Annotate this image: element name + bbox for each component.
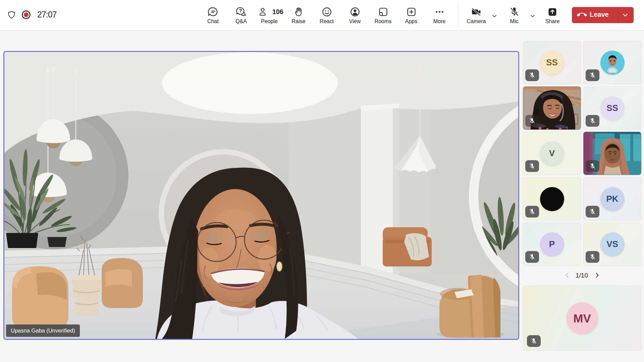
- svg-text:?: ?: [239, 8, 242, 13]
